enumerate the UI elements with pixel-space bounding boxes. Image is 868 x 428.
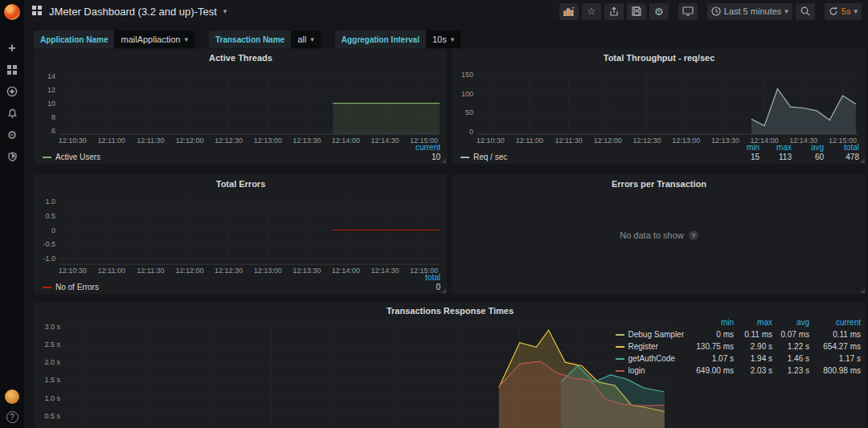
share-button[interactable] <box>604 3 624 20</box>
stat-header: total <box>408 273 440 282</box>
panel-resize-handle[interactable] <box>860 158 865 163</box>
total-errors-chart[interactable]: 12:10:3012:11:0012:11:3012:12:0012:12:30… <box>37 191 446 276</box>
zoom-out-button[interactable] <box>796 3 815 20</box>
legend-series-toggle[interactable]: Active Users <box>43 153 408 161</box>
stat-value: 1.07 s <box>689 354 734 363</box>
panel-total-throughput: Total Throughput - req/sec 12:10:3012:11… <box>452 48 866 165</box>
svg-text:14: 14 <box>47 72 55 80</box>
svg-text:2.5 s: 2.5 s <box>44 340 60 349</box>
legend-series-toggle[interactable]: Req / sec <box>461 153 727 161</box>
stat-value: 0.11 ms <box>739 330 772 339</box>
stat-value: 1.46 s <box>777 354 809 363</box>
panel-legend-table: min max avg current Debug Sampler 0 ms 0… <box>616 318 861 375</box>
stat-value: 0.07 ms <box>777 330 809 339</box>
stat-value: 800.98 ms <box>814 366 861 375</box>
response-times-chart[interactable]: 12:10:3012:11:0012:11:3012:12:0012:12:30… <box>37 318 670 428</box>
panel-resize-handle[interactable] <box>441 288 446 293</box>
add-icon[interactable]: + <box>2 43 23 54</box>
stat-value: 10 <box>408 153 440 161</box>
stat-value: 60 <box>792 153 824 161</box>
filter-value-dropdown[interactable]: mailAppliaction▾ <box>114 31 194 48</box>
refresh-button[interactable]: 5s ▾ <box>825 3 862 20</box>
dashboards-icon[interactable] <box>2 64 23 75</box>
series-swatch-icon <box>616 358 624 360</box>
filter-transaction-name: Transaction Name all▾ <box>209 31 321 48</box>
server-admin-shield-icon[interactable] <box>2 151 23 162</box>
user-avatar[interactable] <box>5 389 19 404</box>
stat-header: current <box>408 143 440 152</box>
star-button[interactable]: ☆ <box>582 3 601 20</box>
panel-legend: min max avg total Req / sec 15 113 60 47… <box>461 143 859 161</box>
series-swatch-icon <box>461 157 469 158</box>
panel-resize-handle[interactable] <box>441 158 446 163</box>
configuration-gear-icon[interactable]: ⚙ <box>2 129 23 141</box>
stat-header: max <box>739 318 772 327</box>
throughput-chart[interactable]: 12:10:3012:11:0012:11:3012:12:0012:12:30… <box>455 65 865 145</box>
time-range-label: Last 5 minutes <box>724 6 782 16</box>
add-panel-button[interactable] <box>559 3 579 20</box>
stat-value: 15 <box>727 153 760 161</box>
panel-title[interactable]: Total Throughput - req/sec <box>452 49 866 65</box>
legend-series-toggle[interactable]: getAuthCode <box>616 354 684 363</box>
settings-button[interactable]: ⚙ <box>649 3 669 20</box>
stat-value: 0 ms <box>689 330 734 339</box>
dashboard-picker-icon[interactable] <box>32 4 43 18</box>
grafana-logo-icon[interactable] <box>4 4 20 20</box>
svg-text:-1.0: -1.0 <box>43 255 55 263</box>
legend-series-toggle[interactable]: Debug Sampler <box>616 330 684 339</box>
save-button[interactable] <box>627 3 646 20</box>
legend-series-toggle[interactable]: login <box>616 366 684 375</box>
question-circle-icon[interactable]: ? <box>689 230 698 240</box>
series-swatch-icon <box>616 334 624 336</box>
filter-value-dropdown[interactable]: 10s▾ <box>426 31 461 48</box>
svg-text:150: 150 <box>461 71 473 79</box>
legend-series-toggle[interactable]: No of Errors <box>43 283 408 291</box>
stat-header: min <box>689 318 734 327</box>
stat-value: 113 <box>760 153 792 161</box>
stat-header: min <box>727 143 760 152</box>
sidebar: + ⚙ ? <box>0 0 24 428</box>
panel-title[interactable]: Transactions Response Times <box>35 302 866 318</box>
legend-series-toggle[interactable]: Register <box>616 342 684 351</box>
stat-value: 2.90 s <box>739 342 772 351</box>
cycle-view-button[interactable] <box>678 3 698 20</box>
alerting-bell-icon[interactable] <box>2 108 23 119</box>
refresh-interval-label: 5s <box>841 6 851 16</box>
svg-text:2.0 s: 2.0 s <box>44 358 60 366</box>
stat-header: max <box>760 143 792 152</box>
svg-text:0.5 s: 0.5 s <box>44 412 60 420</box>
time-range-caret-icon: ▾ <box>784 7 788 15</box>
stat-value: 478 <box>824 153 859 161</box>
main-area: JMeter Dashboard (3.2 and up)-Test ▾ ☆ ⚙… <box>24 0 868 428</box>
help-icon[interactable]: ? <box>6 411 18 423</box>
panel-title[interactable]: Active Threads <box>35 49 447 65</box>
active-threads-chart[interactable]: 12:10:3012:11:0012:11:3012:12:0012:12:30… <box>37 65 446 145</box>
explore-compass-icon[interactable] <box>2 86 23 97</box>
panel-total-errors: Total Errors 12:10:3012:11:0012:11:3012:… <box>34 174 448 295</box>
panel-title[interactable]: Total Errors <box>35 175 447 191</box>
variable-filters: Application Name mailAppliaction▾ Transa… <box>34 31 868 48</box>
series-swatch-icon <box>616 346 624 348</box>
stat-header: total <box>824 143 859 152</box>
stat-value: 1.94 s <box>739 354 772 363</box>
dashboard-title[interactable]: JMeter Dashboard (3.2 and up)-Test <box>49 6 217 18</box>
panel-title[interactable]: Errors per Transaction <box>452 175 866 191</box>
stat-value: 130.75 ms <box>689 342 734 351</box>
time-range-picker[interactable]: Last 5 minutes ▾ <box>707 3 792 20</box>
svg-text:12: 12 <box>47 86 55 94</box>
stat-value: 1.17 s <box>814 354 861 363</box>
filter-value-dropdown[interactable]: all▾ <box>291 31 321 48</box>
svg-text:10: 10 <box>47 100 55 108</box>
chevron-down-icon: ▾ <box>310 35 314 43</box>
panel-resize-handle[interactable] <box>860 288 865 293</box>
svg-text:1.5 s: 1.5 s <box>44 376 60 384</box>
chevron-down-icon: ▾ <box>451 35 455 43</box>
dashboard-title-caret-icon[interactable]: ▾ <box>223 7 227 15</box>
navbar: JMeter Dashboard (3.2 and up)-Test ▾ ☆ ⚙… <box>24 0 868 22</box>
filter-application-name: Application Name mailAppliaction▾ <box>34 31 194 48</box>
panel-transactions-response-times: Transactions Response Times 12:10:3012:1… <box>34 301 866 428</box>
stat-value: 0 <box>408 283 440 291</box>
svg-text:-0.5: -0.5 <box>43 240 55 248</box>
svg-text:0: 0 <box>51 226 55 234</box>
series-swatch-icon <box>43 287 51 288</box>
